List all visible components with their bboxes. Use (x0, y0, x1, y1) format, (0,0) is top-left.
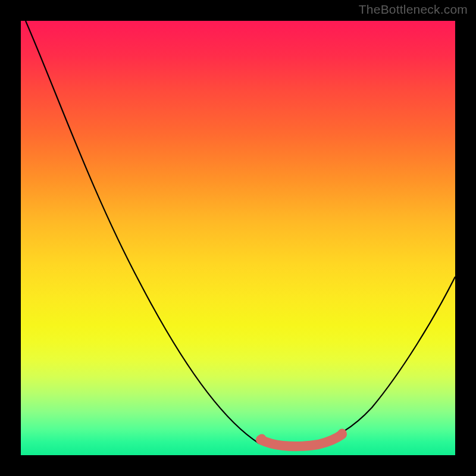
curve-layer (21, 21, 455, 455)
highlight-dot-left (258, 434, 267, 443)
highlight-band (261, 434, 342, 446)
chart-stage: TheBottleneck.com (0, 0, 476, 476)
main-curve (26, 21, 455, 447)
plot-area (21, 21, 455, 455)
highlight-dot-right (338, 429, 347, 438)
watermark-text: TheBottleneck.com (359, 2, 468, 17)
